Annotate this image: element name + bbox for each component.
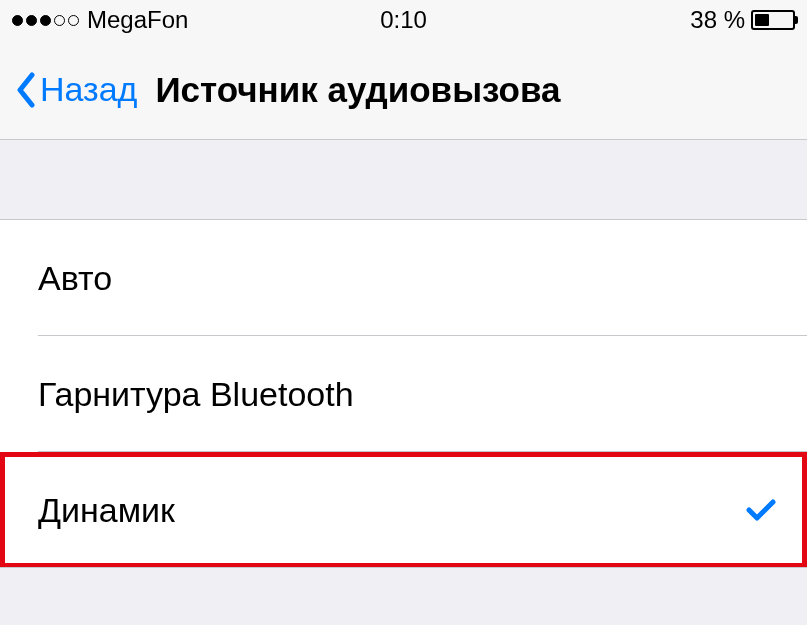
status-left: MegaFon [12,6,188,34]
back-label: Назад [40,70,137,109]
page-title: Источник аудиовызова [155,70,560,110]
signal-strength-icon [12,15,79,26]
navigation-bar: Назад Источник аудиовызова [0,40,807,140]
list-item-label: Гарнитура Bluetooth [38,375,354,414]
status-time: 0:10 [380,6,427,34]
section-spacer [0,140,807,220]
checkmark-icon [745,494,777,526]
list-item-speaker[interactable]: Динамик [0,452,807,568]
list-item-bluetooth-headset[interactable]: Гарнитура Bluetooth [0,336,807,452]
status-right: 38 % [690,6,795,34]
battery-icon [751,10,795,30]
battery-percentage: 38 % [690,6,745,34]
list-item-label: Динамик [38,491,175,530]
list-item-label: Авто [38,259,112,298]
status-bar: MegaFon 0:10 38 % [0,0,807,40]
back-button[interactable]: Назад [14,70,137,110]
carrier-label: MegaFon [87,6,188,34]
options-list: Авто Гарнитура Bluetooth Динамик [0,220,807,568]
list-item-auto[interactable]: Авто [0,220,807,336]
chevron-left-icon [14,70,38,110]
